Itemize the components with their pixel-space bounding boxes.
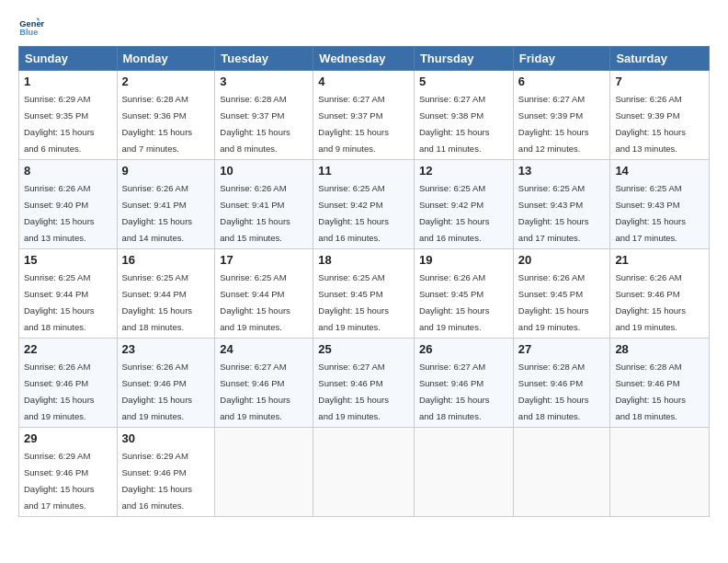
day-info: Sunrise: 6:27 AMSunset: 9:39 PMDaylight:… (518, 94, 589, 154)
day-number: 17 (220, 253, 308, 267)
day-number: 12 (419, 164, 508, 178)
day-info: Sunrise: 6:26 AMSunset: 9:40 PMDaylight:… (24, 183, 95, 243)
calendar-cell: 3 Sunrise: 6:28 AMSunset: 9:37 PMDayligh… (215, 71, 313, 160)
day-number: 26 (419, 342, 508, 356)
day-info: Sunrise: 6:26 AMSunset: 9:45 PMDaylight:… (518, 272, 589, 332)
calendar-cell: 22 Sunrise: 6:26 AMSunset: 9:46 PMDaylig… (19, 339, 118, 428)
day-number: 11 (318, 164, 409, 178)
day-number: 10 (220, 164, 308, 178)
calendar-week-row: 29 Sunrise: 6:29 AMSunset: 9:46 PMDaylig… (19, 428, 710, 517)
day-number: 22 (24, 342, 112, 356)
calendar-cell: 16 Sunrise: 6:25 AMSunset: 9:44 PMDaylig… (117, 249, 215, 339)
day-number: 15 (24, 253, 112, 267)
day-info: Sunrise: 6:28 AMSunset: 9:37 PMDaylight:… (220, 94, 290, 154)
calendar-cell: 30 Sunrise: 6:29 AMSunset: 9:46 PMDaylig… (117, 428, 215, 517)
day-number: 25 (318, 342, 409, 356)
day-info: Sunrise: 6:26 AMSunset: 9:46 PMDaylight:… (24, 362, 95, 421)
day-info: Sunrise: 6:25 AMSunset: 9:43 PMDaylight:… (615, 183, 686, 243)
day-number: 7 (615, 75, 704, 88)
calendar-week-row: 22 Sunrise: 6:26 AMSunset: 9:46 PMDaylig… (19, 339, 710, 428)
calendar-cell (513, 428, 610, 517)
header: General Blue (18, 17, 710, 37)
calendar-week-row: 1 Sunrise: 6:29 AMSunset: 9:35 PMDayligh… (19, 71, 710, 160)
day-number: 28 (615, 342, 704, 356)
day-info: Sunrise: 6:29 AMSunset: 9:46 PMDaylight:… (24, 451, 95, 511)
day-info: Sunrise: 6:26 AMSunset: 9:39 PMDaylight:… (615, 94, 686, 154)
calendar-cell: 14 Sunrise: 6:25 AMSunset: 9:43 PMDaylig… (610, 160, 710, 249)
day-info: Sunrise: 6:26 AMSunset: 9:41 PMDaylight:… (220, 183, 290, 243)
col-header-wednesday: Wednesday (313, 47, 415, 71)
calendar-cell: 28 Sunrise: 6:28 AMSunset: 9:46 PMDaylig… (610, 339, 710, 428)
logo-icon: General Blue (18, 17, 44, 37)
calendar-cell: 6 Sunrise: 6:27 AMSunset: 9:39 PMDayligh… (513, 71, 610, 160)
day-number: 23 (122, 342, 210, 356)
day-number: 14 (615, 164, 704, 178)
day-info: Sunrise: 6:26 AMSunset: 9:46 PMDaylight:… (122, 362, 193, 421)
calendar-cell (313, 428, 415, 517)
col-header-monday: Monday (117, 47, 215, 71)
day-info: Sunrise: 6:28 AMSunset: 9:46 PMDaylight:… (518, 362, 589, 421)
day-info: Sunrise: 6:27 AMSunset: 9:37 PMDaylight:… (318, 94, 389, 154)
calendar-cell: 2 Sunrise: 6:28 AMSunset: 9:36 PMDayligh… (117, 71, 215, 160)
day-info: Sunrise: 6:26 AMSunset: 9:45 PMDaylight:… (419, 272, 490, 332)
calendar-cell: 23 Sunrise: 6:26 AMSunset: 9:46 PMDaylig… (117, 339, 215, 428)
day-number: 29 (24, 431, 112, 445)
day-number: 27 (518, 342, 606, 356)
day-number: 6 (518, 75, 606, 88)
day-number: 21 (615, 253, 704, 267)
calendar-cell: 10 Sunrise: 6:26 AMSunset: 9:41 PMDaylig… (215, 160, 313, 249)
col-header-sunday: Sunday (19, 47, 118, 71)
day-number: 18 (318, 253, 409, 267)
calendar-cell: 26 Sunrise: 6:27 AMSunset: 9:46 PMDaylig… (414, 339, 513, 428)
day-number: 20 (518, 253, 606, 267)
day-info: Sunrise: 6:25 AMSunset: 9:43 PMDaylight:… (518, 183, 589, 243)
day-info: Sunrise: 6:25 AMSunset: 9:44 PMDaylight:… (24, 272, 95, 332)
calendar-cell: 4 Sunrise: 6:27 AMSunset: 9:37 PMDayligh… (313, 71, 415, 160)
calendar-week-row: 8 Sunrise: 6:26 AMSunset: 9:40 PMDayligh… (19, 160, 710, 249)
calendar-cell: 24 Sunrise: 6:27 AMSunset: 9:46 PMDaylig… (215, 339, 313, 428)
day-info: Sunrise: 6:25 AMSunset: 9:44 PMDaylight:… (220, 272, 290, 332)
calendar-cell: 8 Sunrise: 6:26 AMSunset: 9:40 PMDayligh… (19, 160, 118, 249)
day-number: 5 (419, 75, 508, 88)
day-number: 8 (24, 164, 112, 178)
day-number: 1 (24, 75, 112, 88)
day-number: 16 (122, 253, 210, 267)
page: General Blue SundayMondayTuesdayWednesda… (0, 0, 728, 563)
calendar-cell: 9 Sunrise: 6:26 AMSunset: 9:41 PMDayligh… (117, 160, 215, 249)
calendar-cell: 20 Sunrise: 6:26 AMSunset: 9:45 PMDaylig… (513, 249, 610, 339)
calendar-cell: 5 Sunrise: 6:27 AMSunset: 9:38 PMDayligh… (414, 71, 513, 160)
day-info: Sunrise: 6:26 AMSunset: 9:46 PMDaylight:… (615, 272, 686, 332)
calendar-cell: 7 Sunrise: 6:26 AMSunset: 9:39 PMDayligh… (610, 71, 710, 160)
col-header-friday: Friday (513, 47, 610, 71)
day-info: Sunrise: 6:28 AMSunset: 9:46 PMDaylight:… (615, 362, 686, 421)
day-info: Sunrise: 6:26 AMSunset: 9:41 PMDaylight:… (122, 183, 193, 243)
logo: General Blue (18, 17, 48, 37)
calendar-cell: 29 Sunrise: 6:29 AMSunset: 9:46 PMDaylig… (19, 428, 118, 517)
calendar-cell: 27 Sunrise: 6:28 AMSunset: 9:46 PMDaylig… (513, 339, 610, 428)
calendar-cell: 1 Sunrise: 6:29 AMSunset: 9:35 PMDayligh… (19, 71, 118, 160)
calendar-cell (610, 428, 710, 517)
day-number: 4 (318, 75, 409, 88)
calendar-cell: 21 Sunrise: 6:26 AMSunset: 9:46 PMDaylig… (610, 249, 710, 339)
calendar-cell: 15 Sunrise: 6:25 AMSunset: 9:44 PMDaylig… (19, 249, 118, 339)
calendar-table: SundayMondayTuesdayWednesdayThursdayFrid… (18, 46, 710, 517)
calendar-cell (215, 428, 313, 517)
day-info: Sunrise: 6:29 AMSunset: 9:46 PMDaylight:… (122, 451, 193, 511)
col-header-saturday: Saturday (610, 47, 710, 71)
calendar-header-row: SundayMondayTuesdayWednesdayThursdayFrid… (19, 47, 710, 71)
calendar-cell: 11 Sunrise: 6:25 AMSunset: 9:42 PMDaylig… (313, 160, 415, 249)
day-info: Sunrise: 6:27 AMSunset: 9:46 PMDaylight:… (318, 362, 389, 421)
day-number: 13 (518, 164, 606, 178)
day-info: Sunrise: 6:29 AMSunset: 9:35 PMDaylight:… (24, 94, 95, 154)
day-number: 9 (122, 164, 210, 178)
svg-text:Blue: Blue (19, 28, 38, 37)
day-info: Sunrise: 6:27 AMSunset: 9:46 PMDaylight:… (220, 362, 290, 421)
calendar-cell: 18 Sunrise: 6:25 AMSunset: 9:45 PMDaylig… (313, 249, 415, 339)
day-info: Sunrise: 6:25 AMSunset: 9:44 PMDaylight:… (122, 272, 193, 332)
calendar-cell: 13 Sunrise: 6:25 AMSunset: 9:43 PMDaylig… (513, 160, 610, 249)
calendar-cell: 17 Sunrise: 6:25 AMSunset: 9:44 PMDaylig… (215, 249, 313, 339)
calendar-cell: 19 Sunrise: 6:26 AMSunset: 9:45 PMDaylig… (414, 249, 513, 339)
calendar-cell (414, 428, 513, 517)
day-number: 2 (122, 75, 210, 88)
calendar-week-row: 15 Sunrise: 6:25 AMSunset: 9:44 PMDaylig… (19, 249, 710, 339)
